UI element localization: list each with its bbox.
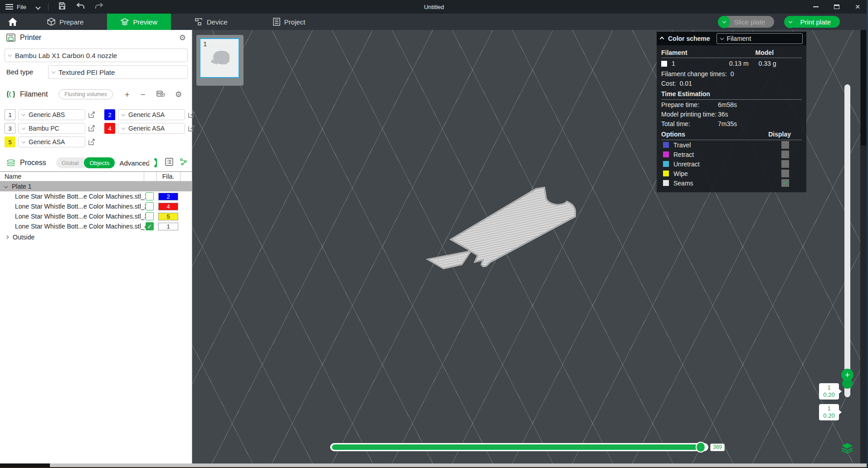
filament-3-color-chip[interactable]: 3: [5, 123, 15, 134]
filament-swatch: [661, 61, 667, 67]
undo-button[interactable]: [77, 3, 85, 11]
filament-4-color-chip[interactable]: 4: [104, 123, 115, 134]
object-visibility-checkbox[interactable]: [146, 192, 154, 200]
filament-3-edit-button[interactable]: [88, 125, 95, 132]
process-scope-toggle: Global Objects: [56, 157, 115, 168]
minimize-button[interactable]: [805, 0, 826, 14]
seams-display-checkbox[interactable]: ✓: [781, 179, 789, 187]
tab-project-label: Project: [284, 18, 306, 26]
process-global-option[interactable]: Global: [56, 160, 84, 166]
sliced-model[interactable]: [417, 181, 580, 277]
layers-view-button[interactable]: [841, 443, 853, 455]
filament-2-color-chip[interactable]: 2: [104, 109, 115, 120]
file-menu[interactable]: File: [5, 4, 26, 10]
object-row[interactable]: Lone Star Whistle Bott...e Color Machine…: [0, 191, 192, 201]
object-filament-cell[interactable]: 5: [158, 213, 178, 220]
printer-settings-gear-icon[interactable]: ⚙: [179, 34, 186, 42]
3d-viewport[interactable]: 1 Color sc: [192, 30, 860, 463]
tab-device[interactable]: Device: [181, 14, 241, 30]
slice-plate-group: Slice plate: [718, 15, 774, 28]
wipe-swatch: [663, 171, 669, 176]
object-settings-button[interactable]: [180, 158, 188, 168]
print-plate-dropdown[interactable]: [784, 16, 796, 28]
printer-preset-select[interactable]: Bambu Lab X1 Carbon 0.4 nozzle: [5, 49, 188, 62]
object-row[interactable]: Lone Star Whistle Bott...e Color Machine…: [0, 211, 192, 221]
layer-slider-add-thumb[interactable]: +: [841, 369, 853, 381]
save-button[interactable]: [59, 2, 66, 11]
outside-row-label: Outside: [13, 234, 34, 241]
slice-plate-dropdown[interactable]: [718, 16, 730, 28]
object-row[interactable]: Lone Star Whistle Bott...e Color Machine…: [0, 221, 192, 231]
bed-type-select[interactable]: Textured PEI Plate: [48, 65, 188, 79]
add-filament-button[interactable]: +: [125, 90, 130, 99]
filament-5-select[interactable]: Generic ASA: [18, 136, 85, 147]
parameter-table-button[interactable]: [165, 158, 173, 168]
hamburger-icon: [5, 4, 13, 10]
filament-icon: [6, 90, 15, 98]
object-visibility-checkbox[interactable]: [146, 212, 154, 220]
fila-column-header: Fila.: [158, 173, 178, 180]
retract-swatch: [663, 151, 669, 157]
layer-range-slider[interactable]: [844, 84, 850, 397]
maximize-icon: [834, 5, 839, 9]
filament-2-edit-button[interactable]: [188, 111, 195, 118]
object-filament-cell[interactable]: 2: [158, 193, 178, 200]
filament-4-edit-button[interactable]: [188, 125, 195, 132]
travel-display-checkbox[interactable]: [781, 141, 789, 149]
filament-4-select[interactable]: Generic ASA: [118, 123, 185, 134]
move-slider-thumb[interactable]: [696, 442, 706, 453]
title-bar: File Untitled ✕: [0, 0, 868, 14]
color-scheme-title: Color scheme: [668, 35, 710, 42]
collapse-panel-icon[interactable]: [660, 37, 663, 40]
unretract-display-checkbox[interactable]: [781, 160, 789, 168]
printer-icon: [6, 34, 15, 42]
file-menu-dropdown[interactable]: [36, 3, 40, 11]
tab-preview[interactable]: Preview: [107, 14, 171, 30]
filament-5-color-chip[interactable]: 5: [5, 136, 15, 147]
filament-2-select[interactable]: Generic ASA: [118, 109, 185, 120]
redo-button[interactable]: [95, 3, 103, 11]
flushing-volumes-button[interactable]: Flushing volumes: [59, 89, 112, 99]
move-slider[interactable]: [330, 443, 708, 451]
object-tree: Name Fila. Plate 1 Lone Star Whistle Bot…: [0, 171, 192, 242]
bed-type-label: Bed type: [6, 68, 33, 76]
color-scheme-select[interactable]: Filament: [717, 33, 803, 44]
process-objects-option[interactable]: Objects: [84, 157, 115, 168]
object-visibility-checkbox[interactable]: [146, 202, 154, 210]
filament-1-edit-button[interactable]: [88, 111, 95, 118]
filament-col-header: Filament: [661, 49, 688, 56]
viewport-scrollbar[interactable]: [860, 30, 867, 463]
home-button[interactable]: [0, 14, 25, 30]
tab-prepare[interactable]: Prepare: [34, 14, 97, 30]
filament-1-select[interactable]: Generic ABS: [18, 109, 85, 120]
object-filament-cell[interactable]: 4: [158, 203, 178, 210]
plate-thumbnail-model: [213, 51, 229, 64]
filament-1-color-chip[interactable]: 1: [5, 109, 15, 120]
plate-thumbnail[interactable]: 1: [196, 35, 244, 86]
ams-sync-button[interactable]: [156, 90, 165, 99]
wipe-display-checkbox[interactable]: [781, 170, 789, 177]
model-tail-piece: [428, 251, 471, 268]
scrollbar-thumb[interactable]: [861, 30, 866, 146]
object-row[interactable]: Lone Star Whistle Bott...e Color Machine…: [0, 201, 192, 211]
filament-settings-gear-icon[interactable]: ⚙: [175, 91, 182, 98]
bottom-scrollbar[interactable]: [0, 463, 868, 468]
maximize-button[interactable]: [826, 0, 847, 14]
filament-5-edit-button[interactable]: [88, 138, 95, 146]
advanced-label: Advanced: [119, 159, 150, 167]
advanced-toggle[interactable]: [154, 158, 157, 167]
plate-tree-row[interactable]: Plate 1: [0, 181, 192, 191]
process-icon: [6, 159, 15, 166]
close-button[interactable]: ✕: [847, 0, 868, 14]
collapse-chevron-icon[interactable]: [4, 185, 8, 188]
tab-project[interactable]: Project: [259, 14, 319, 30]
filament-3-select[interactable]: Bambu PC: [18, 123, 85, 134]
device-icon: [195, 18, 203, 26]
divider: [48, 3, 49, 10]
remove-filament-button[interactable]: −: [141, 90, 146, 99]
retract-display-checkbox[interactable]: [781, 151, 789, 158]
object-filament-cell[interactable]: 1: [158, 223, 178, 230]
object-visibility-checkbox[interactable]: ✓: [146, 222, 154, 230]
expand-chevron-icon[interactable]: [5, 235, 9, 239]
outside-tree-row[interactable]: Outside: [0, 232, 192, 242]
